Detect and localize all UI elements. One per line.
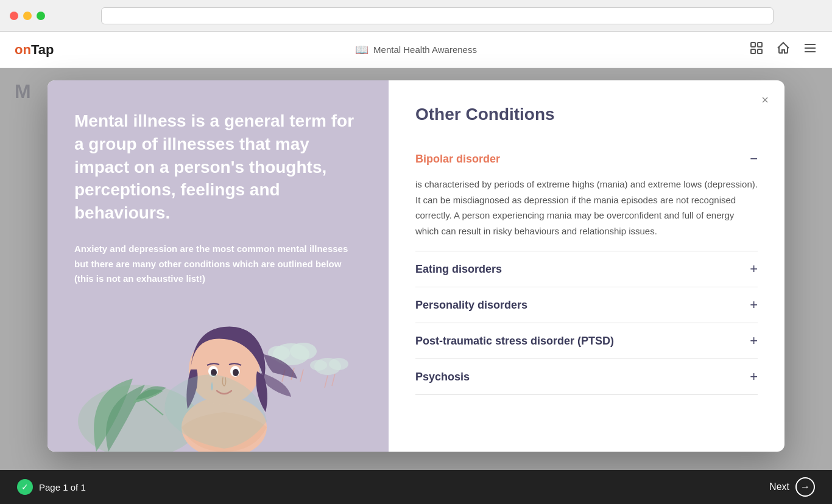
- bottom-bar: ✓ Page 1 of 1 Next →: [0, 470, 832, 504]
- page-background: M × Mental illness is a general term for…: [0, 68, 832, 470]
- accordion-item-bipolar: Bipolar disorder − is characterised by p…: [415, 141, 758, 251]
- menu-icon[interactable]: [803, 41, 817, 59]
- accordion-item-personality: Personality disorders +: [415, 287, 758, 323]
- traffic-lights: [10, 12, 45, 20]
- page-indicator-text: Page 1 of 1: [39, 482, 86, 492]
- url-bar[interactable]: [101, 7, 774, 24]
- accordion-header-ptsd[interactable]: Post-traumatic stress disorder (PTSD) +: [415, 323, 758, 359]
- accordion-icon-personality: +: [750, 298, 758, 312]
- next-label: Next: [769, 481, 789, 492]
- accordion-title-eating: Eating disorders: [415, 263, 502, 276]
- titlebar: [0, 0, 832, 32]
- svg-point-14: [310, 360, 327, 371]
- accordion-header-eating[interactable]: Eating disorders +: [415, 251, 758, 287]
- svg-point-13: [329, 358, 348, 370]
- home-icon[interactable]: [776, 41, 791, 59]
- svg-line-19: [332, 374, 335, 386]
- minimize-traffic-light[interactable]: [23, 12, 32, 20]
- modal-illustration: [48, 281, 389, 452]
- accordion-header-bipolar[interactable]: Bipolar disorder −: [415, 141, 758, 177]
- maximize-traffic-light[interactable]: [37, 12, 45, 20]
- accordion-item-psychosis: Psychosis +: [415, 359, 758, 395]
- svg-line-18: [325, 376, 328, 388]
- accordion-icon-eating: +: [750, 262, 758, 276]
- accordion-title-ptsd: Post-traumatic stress disorder (PTSD): [415, 335, 614, 348]
- grid-icon[interactable]: [749, 41, 764, 59]
- accordion-title-psychosis: Psychosis: [415, 371, 470, 383]
- app-header: onTap 📖 Mental Health Awareness: [0, 32, 832, 68]
- modal: × Mental illness is a general term for a…: [48, 80, 784, 452]
- accordion-title-personality: Personality disorders: [415, 299, 527, 312]
- svg-point-10: [290, 343, 317, 360]
- modal-left-heading: Mental illness is a general term for a g…: [74, 110, 362, 225]
- logo: onTap: [15, 42, 54, 58]
- svg-rect-2: [751, 49, 755, 54]
- accordion-header-psychosis[interactable]: Psychosis +: [415, 359, 758, 394]
- header-right: [749, 41, 817, 59]
- modal-overlay: × Mental illness is a general term for a…: [0, 68, 832, 504]
- svg-rect-1: [758, 43, 762, 47]
- modal-left-panel: Mental illness is a general term for a g…: [48, 80, 389, 452]
- accordion-title-bipolar: Bipolar disorder: [415, 153, 500, 166]
- svg-line-17: [300, 369, 303, 382]
- header-center: 📖 Mental Health Awareness: [355, 43, 477, 57]
- accordion-item-ptsd: Post-traumatic stress disorder (PTSD) +: [415, 323, 758, 359]
- close-icon: ×: [761, 93, 769, 107]
- svg-rect-0: [751, 43, 755, 47]
- accordion-icon-ptsd: +: [750, 334, 758, 348]
- accordion-icon-psychosis: +: [750, 370, 758, 383]
- accordion-icon-bipolar: −: [750, 152, 758, 166]
- accordion-content-bipolar: is characterised by periods of extreme h…: [415, 177, 758, 251]
- svg-rect-3: [758, 49, 762, 54]
- accordion-header-personality[interactable]: Personality disorders +: [415, 287, 758, 323]
- page-indicator: ✓ Page 1 of 1: [17, 479, 86, 495]
- accordion-item-eating: Eating disorders +: [415, 251, 758, 287]
- modal-close-button[interactable]: ×: [755, 90, 775, 110]
- book-icon: 📖: [355, 43, 368, 57]
- modal-left-body: Anxiety and depression are the most comm…: [74, 242, 362, 287]
- next-arrow-icon: →: [795, 477, 815, 497]
- modal-right-panel[interactable]: Other Conditions Bipolar disorder − is c…: [389, 80, 784, 452]
- close-traffic-light[interactable]: [10, 12, 18, 20]
- next-button[interactable]: Next →: [769, 477, 815, 497]
- svg-point-25: [233, 369, 239, 376]
- check-circle-icon: ✓: [17, 479, 33, 495]
- modal-right-title: Other Conditions: [415, 105, 758, 124]
- course-title: Mental Health Awareness: [373, 44, 477, 55]
